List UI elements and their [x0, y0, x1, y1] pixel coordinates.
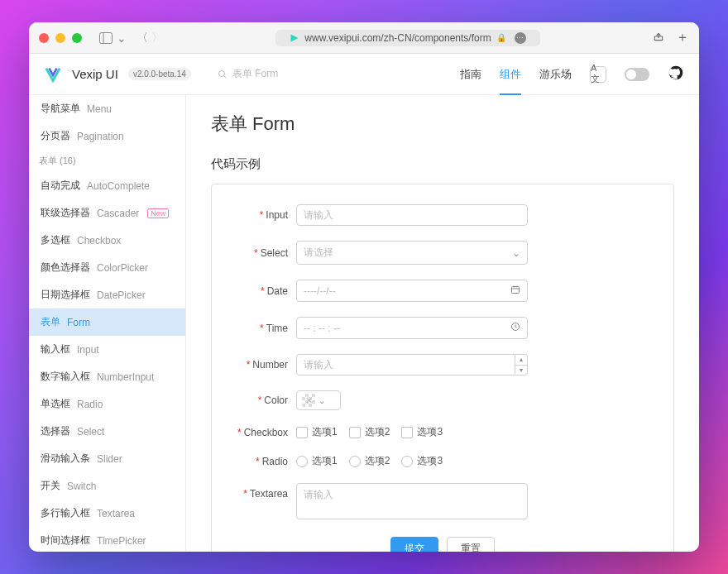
page-title: 表单 Form — [211, 112, 674, 136]
sidebar-item-radio[interactable]: 单选框 Radio — [29, 390, 185, 418]
label-time: Time — [266, 323, 288, 334]
checkbox-icon — [296, 427, 308, 438]
search-placeholder: 表单 Form — [232, 67, 278, 81]
url-bar[interactable]: www.vexipui.com/zh-CN/components/form 🔒 … — [275, 30, 540, 46]
clock-icon — [510, 322, 520, 334]
share-icon[interactable] — [653, 31, 664, 45]
label-radio: Radio — [262, 456, 288, 467]
checkbox-icon — [349, 427, 361, 438]
sidebar-item-switch[interactable]: 开关 Switch — [29, 472, 185, 500]
tab-dropdown-icon[interactable]: ⌄ — [117, 31, 127, 45]
submit-button[interactable]: 提交 — [390, 537, 438, 552]
chevron-down-icon: ⌄ — [512, 247, 520, 259]
radio-icon — [401, 456, 413, 467]
browser-window: ⌄ 〈 〉 www.vexipui.com/zh-CN/components/f… — [29, 22, 699, 552]
label-select: Select — [261, 247, 288, 259]
radio-opt-1[interactable]: 选项1 — [296, 454, 338, 468]
sidebar-item-menu[interactable]: 导航菜单 Menu — [29, 95, 185, 122]
sidebar-item-form[interactable]: 表单 Form — [29, 309, 185, 336]
sidebar-item-timepicker[interactable]: 时间选择框 TimePicker — [29, 527, 185, 552]
main-content: 表单 Form 代码示例 *Input *Select 请选择 ⌄ — [186, 95, 699, 552]
calendar-icon — [510, 285, 520, 297]
example-form-card: *Input *Select 请选择 ⌄ *Date — [211, 184, 674, 552]
traffic-lights — [39, 33, 82, 43]
radio-icon — [349, 456, 361, 467]
sidebar-item-slider[interactable]: 滑动输入条 Slider — [29, 445, 185, 472]
color-swatch-icon: ✕ — [302, 394, 315, 407]
checkbox-opt-3[interactable]: 选项3 — [401, 425, 443, 439]
nav-forward-icon: 〉 — [151, 31, 163, 45]
sidebar-toggle-icon[interactable] — [98, 31, 113, 45]
svg-point-4 — [218, 70, 224, 76]
sidebar-item-datepicker[interactable]: 日期选择框 DatePicker — [29, 281, 185, 309]
url-text: www.vexipui.com/zh-CN/components/form — [304, 32, 491, 44]
translate-icon[interactable]: A文 — [590, 66, 606, 83]
nav-back-icon[interactable]: 〈 — [136, 31, 148, 45]
checkbox-icon — [401, 427, 413, 438]
date-placeholder: ----/--/-- — [304, 285, 510, 297]
sidebar-item-select[interactable]: 选择器 Select — [29, 418, 185, 445]
fullscreen-window-icon[interactable] — [72, 33, 82, 43]
titlebar: ⌄ 〈 〉 www.vexipui.com/zh-CN/components/f… — [29, 22, 699, 54]
time-field[interactable]: -- : -- : -- — [296, 317, 528, 339]
version-badge[interactable]: v2.0.0-beta.14 — [128, 68, 191, 80]
input-field[interactable] — [296, 204, 528, 226]
site-favicon-icon — [290, 33, 299, 43]
sidebar-item-input[interactable]: 输入框 Input — [29, 336, 185, 363]
label-color: Color — [264, 395, 288, 406]
label-number: Number — [252, 359, 288, 371]
number-step-down[interactable]: ▾ — [515, 366, 527, 375]
radio-opt-3[interactable]: 选项3 — [401, 454, 443, 468]
checkbox-opt-1[interactable]: 选项1 — [296, 425, 338, 439]
label-textarea: Textarea — [250, 488, 288, 500]
sidebar-item-textarea[interactable]: 多行输入框 Textarea — [29, 500, 185, 527]
search-icon — [218, 69, 228, 79]
doc-search[interactable]: 表单 Form — [218, 67, 278, 81]
time-placeholder: -- : -- : -- — [304, 323, 510, 334]
sidebar-item-autocomplete[interactable]: 自动完成 AutoComplete — [29, 172, 185, 199]
number-field[interactable] — [296, 354, 515, 375]
sidebar-item-colorpicker[interactable]: 颜色选择器 ColorPicker — [29, 254, 185, 281]
section-title: 代码示例 — [211, 156, 674, 172]
sidebar-item-cascader[interactable]: 联级选择器 CascaderNew — [29, 199, 185, 227]
brand-name[interactable]: Vexip UI — [72, 67, 118, 81]
select-field[interactable]: 请选择 ⌄ — [296, 241, 528, 265]
label-input: Input — [266, 209, 288, 221]
radio-icon — [296, 456, 308, 467]
github-icon[interactable] — [668, 65, 684, 84]
number-step-up[interactable]: ▴ — [515, 355, 527, 366]
content-area: 导航菜单 Menu 分页器 Pagination 表单 (16) 自动完成 Au… — [29, 95, 699, 552]
sidebar-group-form: 表单 (16) — [29, 150, 185, 172]
svg-rect-0 — [100, 32, 113, 43]
label-checkbox: Checkbox — [244, 427, 288, 438]
svg-rect-7 — [512, 287, 520, 294]
app-header: Vexip UI v2.0.0-beta.14 表单 Form 指南 组件 游乐… — [29, 54, 699, 95]
nav-components[interactable]: 组件 — [500, 67, 521, 95]
chevron-down-icon: ⌄ — [318, 396, 325, 405]
lock-icon: 🔒 — [496, 33, 506, 42]
sidebar-item-checkbox[interactable]: 多选框 Checkbox — [29, 227, 185, 254]
nav-guide[interactable]: 指南 — [460, 67, 481, 82]
sidebar-item-numberinput[interactable]: 数字输入框 NumberInput — [29, 363, 185, 390]
logo-icon[interactable] — [44, 65, 62, 84]
nav-playground[interactable]: 游乐场 — [539, 67, 572, 82]
sidebar: 导航菜单 Menu 分页器 Pagination 表单 (16) 自动完成 Au… — [29, 95, 186, 552]
new-tab-icon[interactable]: ＋ — [676, 29, 689, 46]
checkbox-opt-2[interactable]: 选项2 — [349, 425, 390, 439]
color-field[interactable]: ✕ ⌄ — [296, 390, 341, 410]
close-window-icon[interactable] — [39, 33, 49, 43]
select-placeholder: 请选择 — [304, 246, 512, 260]
theme-toggle[interactable] — [625, 68, 649, 81]
label-date: Date — [267, 285, 288, 297]
sidebar-item-pagination[interactable]: 分页器 Pagination — [29, 122, 185, 150]
minimize-window-icon[interactable] — [55, 33, 65, 43]
reader-badge-icon[interactable]: ⋯ — [515, 32, 526, 44]
textarea-field[interactable] — [296, 483, 528, 519]
reset-button[interactable]: 重置 — [447, 537, 495, 552]
new-badge: New — [147, 208, 169, 218]
date-field[interactable]: ----/--/-- — [296, 280, 528, 302]
svg-line-5 — [223, 75, 226, 78]
radio-opt-2[interactable]: 选项2 — [349, 454, 390, 468]
